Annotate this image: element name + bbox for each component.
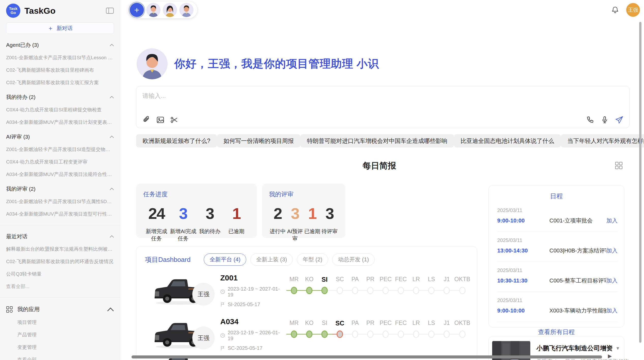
event-join-link[interactable]: 加入 <box>606 217 618 224</box>
send-icon[interactable] <box>615 116 623 124</box>
sidebar-task-item[interactable]: C0X4-动力总成开发项目SI里程碑提交物检查 <box>6 107 114 113</box>
suggestion-chip[interactable]: 如何写一份清晰的项目周报 <box>217 134 300 147</box>
recent-chat-item[interactable]: 公司Q3轻卡销量 <box>6 271 114 277</box>
stat-columns: 2 进行中 3 AI预评审 1 已逾期 3 待评审 <box>269 205 338 242</box>
project-dates: 2023-12-19 ~ 2027-01-19 <box>228 286 284 298</box>
stat-item: 24 新增完成任务 <box>143 205 170 242</box>
notification-bell-icon[interactable] <box>611 6 619 14</box>
assistant-avatar-bar: + <box>128 2 197 18</box>
project-dates: 2023-12-19 ~ 2026-01-19 <box>228 330 284 341</box>
sidebar-collapse-icon[interactable] <box>106 7 114 14</box>
sidebar-section: Agent已办 (3) Z001-全新燃油皮卡产品开发项目SI节点Lesson … <box>6 41 114 86</box>
event-time: 9:00-10:00 <box>497 217 549 224</box>
sidebar-item-my-apps[interactable]: 我的应用 <box>6 306 114 313</box>
project-dates-row: 2023-12-19 ~ 2026-01-19 <box>220 330 284 341</box>
apps-view-all[interactable]: 查看全部... <box>17 356 114 360</box>
sidebar-section-header[interactable]: Agent已办 (3) <box>6 41 114 49</box>
sidebar-task-item[interactable]: A034-全新新能源MUV产品开发项目计划变更表编写 <box>6 119 114 126</box>
dashboard-filter-chip[interactable]: 全新上装 (3) <box>250 253 293 266</box>
milestone-label: J1 <box>439 320 454 329</box>
milestone-label: PA <box>347 320 363 329</box>
briefing-stats-row: 任务进度 24 新增完成任务 3 新增AI完成任务 3 我的待办 <box>136 184 345 238</box>
attachment-icon[interactable] <box>142 116 150 124</box>
scissors-icon[interactable] <box>170 116 178 124</box>
project-row[interactable]: 王强 A034 2023-12-19 ~ 2026-01-19 <box>136 315 477 353</box>
sidebar-task-item[interactable]: C02-飞腾新能源轻客改款项目里程碑画布 <box>6 67 114 73</box>
event-join-link[interactable]: 加入 <box>606 307 618 314</box>
milestone-label: OKTB <box>454 276 470 286</box>
vertical-scrollbar[interactable] <box>639 22 641 343</box>
scroll-right-arrow[interactable]: ▶ <box>608 353 612 359</box>
milestone-dot <box>337 287 343 294</box>
assistant-avatar-2[interactable] <box>163 3 177 17</box>
view-all-schedule-link[interactable]: 查看所有日程 <box>489 328 624 336</box>
chat-input[interactable]: 请输入... <box>142 92 623 100</box>
sidebar-section-items: Z001-全新燃油轻卡产品开发项目SI节点属性5D文件评审A034-全新新能源M… <box>6 198 114 217</box>
recent-chat-items: 解释最新出台的欧盟报废车法规再生塑料比例被调至15%...C02-飞腾新能源轻客… <box>6 246 114 277</box>
layout-grid-icon[interactable] <box>615 162 623 169</box>
app-item[interactable]: 项目管理 <box>17 319 114 326</box>
sidebar-section-header[interactable]: 我的待办 (2) <box>6 94 114 101</box>
sidebar-task-item[interactable]: Z001-全新燃油皮卡产品开发项目SI节点Lesson Learn报告 <box>6 54 114 61</box>
dashboard-title: 项目Dashboard <box>145 255 191 264</box>
add-assistant-button[interactable]: + <box>130 3 144 17</box>
milestone-dot-zone <box>317 329 332 340</box>
event-join-link[interactable]: 加入 <box>606 277 618 284</box>
sidebar-section-title: 我的评审 (2) <box>6 185 36 192</box>
sidebar-task-item[interactable]: C0X4-动力总成开发项目工程变更评审 <box>6 159 114 165</box>
app-item[interactable]: 变更管理 <box>17 344 114 351</box>
image-icon[interactable] <box>156 116 164 124</box>
stat-value: 3 <box>286 205 304 222</box>
suggestion-chip[interactable]: 比亚迪全固态电池计划具体说了什么 <box>454 134 561 147</box>
milestone-label: SC <box>332 320 347 329</box>
app-logo: Task Go <box>6 4 20 18</box>
recent-chats-header[interactable]: 最近对话 <box>6 233 114 240</box>
clock-icon <box>220 289 225 294</box>
suggestion-chip[interactable]: 当下年轻人对汽车外观有怎样的喜好趋势 <box>561 134 644 147</box>
sidebar-section-header[interactable]: 我的评审 (2) <box>6 185 114 192</box>
recent-chat-item[interactable]: C02-飞腾新能源轻客改款项目的闭环通告反馈情况 <box>6 258 114 265</box>
suggestion-chip[interactable]: 特朗普可能对进口汽车增税会对中国车企造成哪些影响 <box>300 134 454 147</box>
milestone-label: MR <box>286 276 302 286</box>
recent-view-all[interactable]: 查看全部... <box>6 283 114 290</box>
main-content: + 王强 你好，王强，我是你的项目管理助理 小识 <box>120 0 644 360</box>
milestone: PR <box>363 320 378 340</box>
milestone-dot-zone <box>378 286 393 296</box>
milestone-dot <box>428 287 435 294</box>
dashboard-filter-chip[interactable]: 年型 (2) <box>297 253 328 266</box>
project-milestone-flag: SC-2025-05-17 <box>228 345 262 351</box>
assistant-avatar-1[interactable] <box>146 3 160 17</box>
event-date: 2025/03/11 <box>497 237 618 243</box>
sidebar-task-item[interactable]: Z001-全新燃油轻卡产品开发项目SI造型提交物评审 <box>6 146 114 153</box>
stat-value: 1 <box>304 205 321 222</box>
milestone: KO <box>302 276 317 296</box>
sidebar-task-item[interactable]: C02-飞腾新能源轻客改款项目立项汇报方案 <box>6 79 114 86</box>
scroll-down-arrow[interactable]: ▼ <box>616 346 620 351</box>
milestone-dot <box>459 287 465 294</box>
sidebar-header: Task Go TaskGo <box>6 0 114 20</box>
project-row[interactable]: 王强 Z001 2023-12-19 ~ 2027-01-19 <box>136 271 477 309</box>
milestone-label: PEC <box>378 276 393 286</box>
recent-chat-item[interactable]: 解释最新出台的欧盟报废车法规再生塑料比例被调至15%... <box>6 246 114 252</box>
milestone: LS <box>424 276 439 296</box>
user-avatar[interactable]: 王强 <box>626 3 640 17</box>
event-join-link[interactable]: 加入 <box>606 247 618 254</box>
milestone-dot <box>306 287 313 294</box>
assistant-avatar-3[interactable] <box>179 3 194 17</box>
microphone-icon[interactable] <box>601 116 609 124</box>
suggestion-chip[interactable]: 欧洲新规最近颁布了什么? <box>136 134 217 147</box>
sidebar-section-header[interactable]: AI评审 (3) <box>6 133 114 140</box>
dashboard-filter-chip[interactable]: 全新平台 (4) <box>204 253 246 266</box>
new-chat-button[interactable]: ＋ 新对话 <box>6 22 114 34</box>
app-title: TaskGo <box>24 6 55 16</box>
sidebar-task-item[interactable]: Z001-全新燃油轻卡产品开发项目SI节点属性5D文件评审 <box>6 198 114 205</box>
event-date: 2025/03/11 <box>497 267 618 273</box>
app-item[interactable]: 产品管理 <box>17 332 114 338</box>
sidebar-section-title: AI评审 (3) <box>6 133 30 140</box>
milestone-dot-zone <box>317 286 332 296</box>
phone-call-icon[interactable] <box>586 116 594 124</box>
sidebar-task-item[interactable]: A034-全新新能源MUV产品开发项目法规符合性评审 <box>6 171 114 178</box>
dashboard-filter-chip[interactable]: 动总开发 (1) <box>332 253 375 266</box>
sidebar-task-item[interactable]: A034-全新新能源MUV产品开发项目造型可行性评审 <box>6 211 114 217</box>
horizontal-scrollbar[interactable] <box>131 355 602 358</box>
